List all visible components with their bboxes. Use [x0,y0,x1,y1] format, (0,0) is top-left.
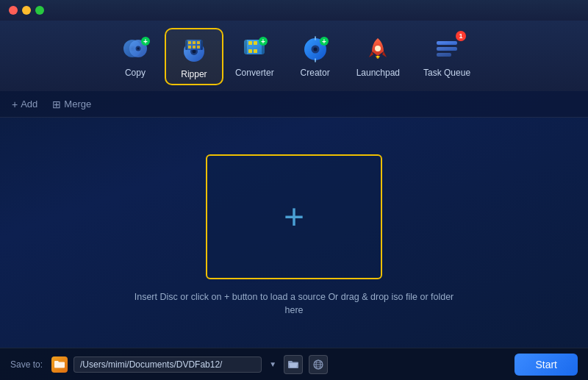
drop-zone-plus-icon: + [284,199,304,234]
taskqueue-nav-icon: 1 [431,32,463,65]
nav-item-copy[interactable]: + Copy [106,28,165,85]
start-button[interactable]: Start [514,354,578,376]
svg-point-36 [375,46,381,51]
maximize-button[interactable] [35,6,44,15]
content-area: + Insert Disc or click on + button to lo… [0,118,588,354]
svg-rect-13 [201,40,203,50]
merge-button[interactable]: ⊞ Merge [52,98,91,110]
svg-text:+: + [261,37,265,46]
svg-point-5 [137,48,139,50]
nav-item-converter[interactable]: + Converter [223,28,286,85]
globe-button[interactable] [309,355,328,374]
toolbar: + Add ⊞ Merge [0,91,588,118]
ripper-nav-icon [178,34,210,66]
converter-nav-icon: + [238,32,270,65]
drop-hint: Insert Disc or click on + button to load… [132,291,456,317]
drop-zone[interactable]: + [206,154,382,279]
copy-nav-label: Copy [125,68,146,78]
svg-rect-21 [244,40,247,54]
creator-nav-label: Creator [301,68,330,78]
svg-rect-23 [248,41,252,45]
svg-rect-24 [254,41,257,45]
svg-text:+: + [322,37,326,46]
svg-rect-39 [437,53,451,57]
close-button[interactable] [9,6,18,15]
minimize-button[interactable] [22,6,31,15]
launchpad-nav-label: Launchpad [356,68,400,78]
taskqueue-badge: 1 [456,31,466,41]
svg-point-10 [192,50,196,54]
nav-item-creator[interactable]: + Creator [286,28,345,85]
svg-text:+: + [143,37,148,46]
titlebar [0,0,588,21]
nav-item-ripper[interactable]: Ripper [165,28,223,85]
add-label: Add [21,98,37,110]
path-input[interactable] [74,356,262,373]
taskqueue-nav-label: Task Queue [423,68,470,78]
svg-rect-38 [437,47,457,51]
add-button[interactable]: + Add [12,98,37,110]
converter-nav-label: Converter [235,68,274,78]
copy-nav-icon: + [119,32,151,65]
ripper-nav-label: Ripper [181,69,207,79]
creator-nav-icon: + [299,32,331,65]
open-folder-button[interactable] [284,355,303,374]
bottombar: Save to: ▼ Start [0,348,588,380]
svg-rect-14 [188,41,191,44]
navbar: + Copy [0,21,588,91]
svg-rect-16 [197,41,200,44]
save-to-label: Save to: [10,359,43,370]
add-icon: + [12,98,18,110]
svg-rect-12 [185,40,187,50]
svg-rect-18 [193,46,196,49]
folder-color-icon [51,356,68,373]
svg-rect-26 [254,49,257,53]
svg-rect-17 [188,46,191,49]
svg-point-31 [313,48,317,51]
svg-rect-37 [437,41,457,45]
nav-item-launchpad[interactable]: Launchpad [345,28,412,85]
svg-rect-19 [197,46,200,49]
traffic-lights [9,6,44,15]
nav-item-taskqueue[interactable]: 1 Task Queue [412,28,482,85]
svg-rect-15 [193,41,196,44]
launchpad-nav-icon [362,32,394,65]
path-dropdown-icon[interactable]: ▼ [268,360,278,368]
merge-label: Merge [64,98,91,110]
merge-icon: ⊞ [52,98,61,110]
svg-rect-25 [248,49,252,53]
